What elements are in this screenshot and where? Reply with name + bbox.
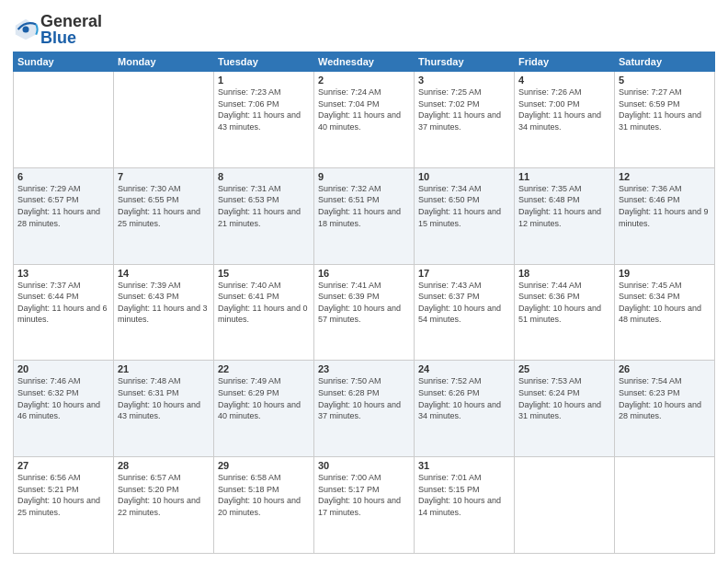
calendar-cell: 10Sunrise: 7:34 AM Sunset: 6:50 PM Dayli… [415,167,515,264]
day-info: Sunrise: 6:57 AM Sunset: 5:20 PM Dayligh… [118,472,210,518]
week-row-5: 27Sunrise: 6:56 AM Sunset: 5:21 PM Dayli… [14,457,715,554]
day-number: 25 [518,363,610,374]
day-number: 10 [418,171,510,182]
day-number: 11 [518,171,610,182]
day-number: 20 [17,363,109,374]
day-info: Sunrise: 7:23 AM Sunset: 7:06 PM Dayligh… [218,86,310,132]
weekday-header-monday: Monday [114,52,214,72]
day-number: 6 [17,171,109,182]
calendar-cell: 12Sunrise: 7:36 AM Sunset: 6:46 PM Dayli… [615,167,715,264]
day-info: Sunrise: 7:49 AM Sunset: 6:29 PM Dayligh… [218,375,310,421]
calendar-cell: 11Sunrise: 7:35 AM Sunset: 6:48 PM Dayli… [515,167,615,264]
calendar-cell: 31Sunrise: 7:01 AM Sunset: 5:15 PM Dayli… [415,457,515,554]
day-info: Sunrise: 7:41 AM Sunset: 6:39 PM Dayligh… [318,280,410,326]
day-info: Sunrise: 7:40 AM Sunset: 6:41 PM Dayligh… [218,280,310,326]
calendar-cell: 18Sunrise: 7:44 AM Sunset: 6:36 PM Dayli… [515,264,615,361]
day-number: 26 [619,363,711,374]
day-number: 21 [118,363,210,374]
day-number: 5 [619,75,711,86]
day-info: Sunrise: 7:31 AM Sunset: 6:53 PM Dayligh… [218,183,310,229]
day-info: Sunrise: 7:54 AM Sunset: 6:23 PM Dayligh… [619,375,711,421]
day-number: 14 [118,268,210,279]
weekday-header-friday: Friday [515,52,615,72]
day-info: Sunrise: 7:26 AM Sunset: 7:00 PM Dayligh… [518,86,610,132]
day-number: 29 [218,460,310,471]
day-info: Sunrise: 7:45 AM Sunset: 6:34 PM Dayligh… [619,280,711,326]
calendar-cell: 28Sunrise: 6:57 AM Sunset: 5:20 PM Dayli… [114,457,214,554]
day-info: Sunrise: 6:56 AM Sunset: 5:21 PM Dayligh… [17,472,109,518]
calendar-cell: 6Sunrise: 7:29 AM Sunset: 6:57 PM Daylig… [14,167,114,264]
weekday-header-wednesday: Wednesday [314,52,415,72]
calendar-cell: 20Sunrise: 7:46 AM Sunset: 6:32 PM Dayli… [14,361,114,457]
week-row-2: 6Sunrise: 7:29 AM Sunset: 6:57 PM Daylig… [14,167,715,264]
logo-text: General Blue [40,13,102,46]
calendar-cell: 9Sunrise: 7:32 AM Sunset: 6:51 PM Daylig… [314,167,415,264]
day-number: 8 [218,171,310,182]
day-number: 4 [518,75,610,86]
day-info: Sunrise: 7:37 AM Sunset: 6:44 PM Dayligh… [17,280,109,326]
calendar-cell: 8Sunrise: 7:31 AM Sunset: 6:53 PM Daylig… [214,167,314,264]
day-info: Sunrise: 7:30 AM Sunset: 6:55 PM Dayligh… [118,183,210,229]
week-row-3: 13Sunrise: 7:37 AM Sunset: 6:44 PM Dayli… [14,264,715,361]
week-row-1: 1Sunrise: 7:23 AM Sunset: 7:06 PM Daylig… [14,72,715,168]
day-info: Sunrise: 7:50 AM Sunset: 6:28 PM Dayligh… [318,375,410,421]
weekday-header-sunday: Sunday [14,52,114,72]
weekday-header-row: SundayMondayTuesdayWednesdayThursdayFrid… [14,52,715,72]
weekday-header-thursday: Thursday [415,52,515,72]
calendar-cell [14,72,114,168]
calendar-cell: 22Sunrise: 7:49 AM Sunset: 6:29 PM Dayli… [214,361,314,457]
day-info: Sunrise: 7:46 AM Sunset: 6:32 PM Dayligh… [17,375,109,421]
calendar-cell: 25Sunrise: 7:53 AM Sunset: 6:24 PM Dayli… [515,361,615,457]
day-info: Sunrise: 7:34 AM Sunset: 6:50 PM Dayligh… [418,183,510,229]
day-number: 27 [17,460,109,471]
day-info: Sunrise: 7:48 AM Sunset: 6:31 PM Dayligh… [118,375,210,421]
day-number: 17 [418,268,510,279]
day-info: Sunrise: 7:27 AM Sunset: 6:59 PM Dayligh… [619,86,711,132]
logo-icon [13,17,39,42]
weekday-header-tuesday: Tuesday [214,52,314,72]
day-number: 3 [418,75,510,86]
calendar-cell: 27Sunrise: 6:56 AM Sunset: 5:21 PM Dayli… [14,457,114,554]
week-row-4: 20Sunrise: 7:46 AM Sunset: 6:32 PM Dayli… [14,361,715,457]
day-info: Sunrise: 7:53 AM Sunset: 6:24 PM Dayligh… [518,375,610,421]
day-number: 24 [418,363,510,374]
calendar-cell [114,72,214,168]
day-number: 31 [418,460,510,471]
calendar-cell: 26Sunrise: 7:54 AM Sunset: 6:23 PM Dayli… [615,361,715,457]
day-number: 16 [318,268,410,279]
day-info: Sunrise: 7:32 AM Sunset: 6:51 PM Dayligh… [318,183,410,229]
calendar-cell: 24Sunrise: 7:52 AM Sunset: 6:26 PM Dayli… [415,361,515,457]
day-number: 30 [318,460,410,471]
header: General Blue [13,9,715,46]
calendar-cell: 2Sunrise: 7:24 AM Sunset: 7:04 PM Daylig… [314,72,415,168]
day-number: 18 [518,268,610,279]
day-number: 22 [218,363,310,374]
day-number: 12 [619,171,711,182]
day-number: 19 [619,268,711,279]
logo: General Blue [13,13,102,46]
day-info: Sunrise: 7:43 AM Sunset: 6:37 PM Dayligh… [418,280,510,326]
calendar-table: SundayMondayTuesdayWednesdayThursdayFrid… [13,52,715,554]
calendar-cell: 1Sunrise: 7:23 AM Sunset: 7:06 PM Daylig… [214,72,314,168]
day-info: Sunrise: 6:58 AM Sunset: 5:18 PM Dayligh… [218,472,310,518]
day-number: 1 [218,75,310,86]
calendar-cell: 21Sunrise: 7:48 AM Sunset: 6:31 PM Dayli… [114,361,214,457]
day-number: 9 [318,171,410,182]
calendar-cell: 3Sunrise: 7:25 AM Sunset: 7:02 PM Daylig… [415,72,515,168]
day-info: Sunrise: 7:29 AM Sunset: 6:57 PM Dayligh… [17,183,109,229]
day-info: Sunrise: 7:01 AM Sunset: 5:15 PM Dayligh… [418,472,510,518]
day-info: Sunrise: 7:52 AM Sunset: 6:26 PM Dayligh… [418,375,510,421]
day-info: Sunrise: 7:35 AM Sunset: 6:48 PM Dayligh… [518,183,610,229]
calendar-cell [515,457,615,554]
calendar-cell: 5Sunrise: 7:27 AM Sunset: 6:59 PM Daylig… [615,72,715,168]
calendar-cell: 13Sunrise: 7:37 AM Sunset: 6:44 PM Dayli… [14,264,114,361]
calendar-cell: 19Sunrise: 7:45 AM Sunset: 6:34 PM Dayli… [615,264,715,361]
day-number: 13 [17,268,109,279]
calendar-cell: 16Sunrise: 7:41 AM Sunset: 6:39 PM Dayli… [314,264,415,361]
day-number: 23 [318,363,410,374]
day-number: 28 [118,460,210,471]
page: General Blue SundayMondayTuesdayWednesda… [0,0,728,563]
day-info: Sunrise: 7:44 AM Sunset: 6:36 PM Dayligh… [518,280,610,326]
day-info: Sunrise: 7:00 AM Sunset: 5:17 PM Dayligh… [318,472,410,518]
calendar-cell: 23Sunrise: 7:50 AM Sunset: 6:28 PM Dayli… [314,361,415,457]
